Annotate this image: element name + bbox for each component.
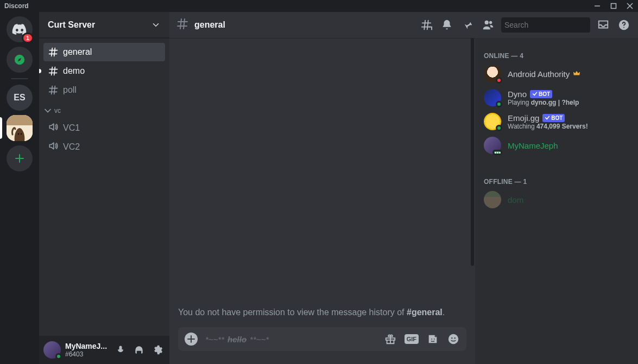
channel-label: VC1: [63, 123, 80, 133]
composer-input[interactable]: *~~**hello**~~*: [205, 335, 376, 344]
channel-sidebar: Curt Server general demo poll: [39, 12, 169, 364]
svg-point-8: [454, 337, 456, 339]
channel-list: general demo poll vc VC1: [39, 38, 169, 336]
member-mynamejeph[interactable]: MyNameJeph: [479, 133, 634, 157]
window-minimize-button[interactable]: [593, 2, 601, 10]
explore-button[interactable]: [7, 47, 33, 73]
header-channel-name: general: [194, 20, 225, 30]
voice-channel-vc1[interactable]: VC1: [43, 119, 165, 137]
svg-point-6: [449, 334, 458, 344]
status-online-icon: [496, 101, 502, 107]
threads-button[interactable]: [419, 17, 434, 33]
channel-demo[interactable]: demo: [43, 62, 165, 80]
permission-notice: You do not have permission to view the m…: [178, 306, 466, 318]
main-panel: general You do not have permission: [169, 12, 638, 364]
channel-label: VC2: [63, 142, 80, 152]
owner-crown-icon: [573, 69, 580, 79]
chevron-down-icon: [151, 20, 161, 30]
status-dnd-icon: [496, 77, 502, 84]
attach-button[interactable]: [185, 333, 198, 346]
message-composer: *~~**hello**~~* GIF: [178, 327, 466, 351]
unread-indicator: [39, 69, 41, 73]
member-android-authority[interactable]: Android Authority: [479, 62, 634, 86]
svg-point-1: [18, 133, 19, 135]
svg-point-7: [451, 337, 452, 339]
help-button[interactable]: [616, 17, 631, 33]
member-dyno[interactable]: Dyno BOT Playing dyno.gg | ?help: [479, 86, 634, 110]
hash-icon: [176, 17, 189, 33]
app-title: Discord: [4, 2, 29, 10]
channel-label: general: [63, 47, 92, 57]
gift-button[interactable]: [384, 333, 397, 346]
guild-curt-server[interactable]: [7, 115, 33, 141]
activity-prefix: Playing: [508, 99, 531, 106]
chat-header: general: [169, 12, 638, 38]
member-name: Dyno: [508, 90, 527, 99]
speaker-icon: [48, 122, 59, 135]
user-avatar[interactable]: [43, 341, 61, 359]
gif-button[interactable]: GIF: [405, 334, 419, 344]
activity-prefix: Watching: [508, 123, 536, 130]
user-info[interactable]: MyNameJ... #6403: [65, 342, 109, 358]
member-name: Android Authority: [508, 69, 570, 79]
composer-markup-mid: hello: [228, 335, 247, 344]
bot-tag: BOT: [530, 90, 552, 98]
bot-tag: BOT: [542, 114, 565, 122]
svg-point-2: [21, 133, 22, 135]
hash-icon: [48, 66, 59, 76]
member-name: Emoji.gg: [508, 113, 539, 123]
guild-icon: [7, 115, 33, 141]
speaker-icon: [48, 141, 59, 154]
window-titlebar: Discord: [0, 0, 638, 12]
svg-point-5: [434, 339, 435, 340]
members-toggle-button[interactable]: [481, 17, 496, 33]
category-label: vc: [54, 107, 61, 114]
messages-area: You do not have permission to view the m…: [169, 38, 475, 364]
scrollbar[interactable]: [471, 38, 475, 331]
user-tag: #6403: [65, 350, 109, 358]
hash-icon: [48, 85, 59, 95]
channel-poll[interactable]: poll: [43, 81, 165, 99]
add-server-button[interactable]: [7, 145, 33, 171]
guild-selected-indicator: [0, 117, 2, 139]
member-name: MyNameJeph: [508, 141, 558, 150]
svg-rect-0: [611, 4, 616, 9]
pinned-button[interactable]: [460, 17, 475, 33]
voice-category[interactable]: vc: [39, 100, 169, 118]
member-emojigg[interactable]: Emoji.gg BOT Watching 474,099 Servers!: [479, 110, 634, 133]
user-panel: MyNameJ... #6403: [39, 336, 169, 364]
perm-channel: #general: [407, 308, 443, 317]
guild-initials: ES: [14, 93, 25, 103]
member-dom[interactable]: dom: [479, 188, 634, 212]
sticker-button[interactable]: [426, 333, 439, 346]
channel-label: demo: [63, 66, 85, 76]
voice-channel-vc2[interactable]: VC2: [43, 138, 165, 156]
server-header[interactable]: Curt Server: [39, 12, 169, 38]
server-name: Curt Server: [48, 20, 95, 30]
search-input[interactable]: [504, 21, 599, 29]
offline-section-label: OFFLINE — 1: [479, 173, 634, 188]
svg-point-4: [431, 339, 432, 340]
mute-button[interactable]: [113, 342, 128, 357]
composer-markup-right: **~~*: [250, 335, 269, 344]
notifications-button[interactable]: [439, 17, 454, 33]
search-box[interactable]: [501, 17, 590, 33]
status-online-icon: [492, 150, 502, 155]
status-online-icon: [55, 353, 62, 360]
emoji-button[interactable]: [447, 333, 460, 346]
deafen-button[interactable]: [131, 342, 147, 357]
channel-general[interactable]: general: [43, 43, 165, 61]
window-maximize-button[interactable]: [610, 2, 617, 10]
member-avatar: [484, 137, 501, 154]
members-column: ONLINE — 4 Android Authority: [475, 38, 638, 364]
settings-button[interactable]: [150, 342, 165, 357]
window-close-button[interactable]: [626, 2, 634, 10]
perm-suffix: .: [443, 308, 445, 317]
mentions-badge: 1: [22, 33, 34, 43]
status-online-icon: [496, 125, 502, 131]
guild-es[interactable]: ES: [7, 85, 33, 111]
inbox-button[interactable]: [596, 17, 611, 33]
channel-label: poll: [63, 85, 77, 95]
activity-text: dyno.gg | ?help: [531, 99, 579, 106]
home-button[interactable]: 1: [7, 16, 33, 42]
